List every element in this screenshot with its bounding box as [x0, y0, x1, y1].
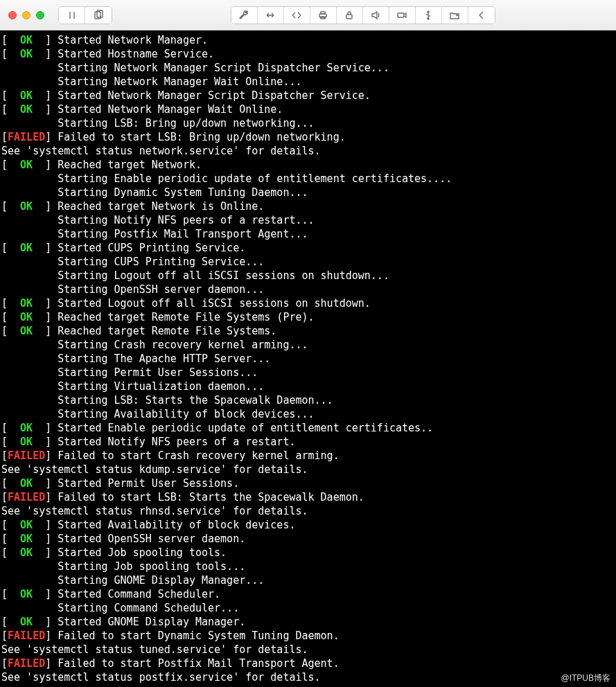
chevron-left-icon — [476, 10, 487, 21]
lock-button[interactable] — [337, 7, 363, 24]
close-window-button[interactable] — [8, 11, 17, 19]
terminal-line: See 'systemctl status tuned.service' for… — [1, 643, 615, 657]
terminal-line: Starting LSB: Starts the Spacewalk Daemo… — [1, 393, 615, 407]
watermark: @ITPUB博客 — [561, 672, 610, 684]
usb-button[interactable] — [416, 7, 442, 24]
lock-icon — [344, 10, 355, 21]
terminal-line: Starting Notify NFS peers of a restart..… — [1, 213, 615, 227]
terminal-line: Starting Crash recovery kernel arming... — [1, 338, 615, 352]
terminal-line: [ OK ] Started Hostname Service. — [1, 47, 615, 61]
svg-rect-5 — [346, 15, 352, 19]
terminal-line: [ OK ] Started Network Manager Script Di… — [1, 89, 615, 102]
copy-button[interactable] — [85, 7, 112, 24]
titlebar — [0, 0, 616, 30]
terminal-line: Starting Virtualization daemon... — [1, 380, 615, 393]
window-controls — [8, 11, 44, 19]
terminal-line: [FAILED] Failed to start Crash recovery … — [1, 449, 615, 463]
printer-icon — [317, 10, 328, 21]
terminal-line: Starting CUPS Printing Service... — [1, 255, 615, 269]
terminal-line: [ OK ] Started Permit User Sessions. — [1, 476, 615, 490]
terminal-line: Starting GNOME Display Manager... — [1, 573, 615, 587]
terminal-line: [FAILED] Failed to start Postfix Mail Tr… — [1, 657, 615, 670]
terminal-line: Starting Postfix Mail Transport Agent... — [1, 227, 615, 241]
terminal-line: See 'systemctl status kdump.service' for… — [1, 463, 615, 476]
terminal-line: Starting Availability of block devices..… — [1, 407, 615, 421]
terminal-line: [ OK ] Reached target Remote File System… — [1, 324, 615, 338]
pause-icon — [67, 10, 78, 21]
usb-icon — [423, 10, 434, 21]
sound-button[interactable] — [363, 7, 389, 24]
camera-icon — [396, 10, 407, 21]
terminal-line: [ OK ] Started Enable periodic update of… — [1, 421, 615, 435]
terminal-line: [ OK ] Reached target Network. — [1, 158, 615, 172]
settings-button[interactable] — [231, 7, 258, 24]
resize-icon — [265, 10, 276, 21]
terminal-line: [FAILED] Failed to start LSB: Starts the… — [1, 490, 615, 504]
terminal-line: [ OK ] Started Job spooling tools. — [1, 546, 615, 560]
folder-button[interactable] — [442, 7, 468, 24]
terminal-line: Starting Command Scheduler... — [1, 601, 615, 615]
minimize-window-button[interactable] — [22, 11, 30, 19]
wrench-icon — [238, 10, 249, 21]
pause-button[interactable] — [59, 7, 85, 24]
terminal-line: [FAILED] Failed to start LSB: Bring up/d… — [1, 130, 615, 144]
terminal-line: [ OK ] Started Logout off all iSCSI sess… — [1, 296, 615, 310]
terminal-line: Starting OpenSSH server daemon... — [1, 283, 615, 296]
toolbar-group-left — [58, 6, 112, 24]
terminal-line: Starting Network Manager Script Dispatch… — [1, 61, 615, 75]
terminal-line: [ OK ] Started Command Scheduler. — [1, 587, 615, 601]
terminal-line: Starting Dynamic System Tuning Daemon... — [1, 186, 615, 199]
resize-button[interactable] — [258, 7, 284, 24]
terminal-line: Starting Job spooling tools... — [1, 560, 615, 573]
terminal-line: [ OK ] Started Network Manager. — [1, 33, 615, 47]
svg-rect-3 — [321, 12, 325, 14]
terminal-line: [FAILED] Failed to start Dynamic System … — [1, 629, 615, 643]
print-button[interactable] — [310, 7, 337, 24]
terminal-line: See 'systemctl status network.service' f… — [1, 144, 615, 158]
expand-icon — [291, 10, 302, 21]
folder-share-icon — [449, 10, 460, 21]
terminal-line: See 'systemctl status rhnsd.service' for… — [1, 504, 615, 518]
terminal-line: Starting Logout off all iSCSI sessions o… — [1, 269, 615, 283]
terminal-line: [ OK ] Reached target Remote File System… — [1, 310, 615, 324]
terminal-line: [ OK ] Started CUPS Printing Service. — [1, 241, 615, 255]
camera-button[interactable] — [389, 7, 416, 24]
svg-rect-6 — [398, 13, 404, 17]
toolbar-group-right — [231, 6, 495, 24]
terminal-line: [ OK ] Started OpenSSH server daemon. — [1, 532, 615, 546]
terminal-line: [ OK ] Started Notify NFS peers of a res… — [1, 435, 615, 449]
back-button[interactable] — [468, 7, 495, 24]
maximize-window-button[interactable] — [36, 11, 44, 19]
terminal-line: [ OK ] Started Availability of block dev… — [1, 518, 615, 532]
terminal-line: [ OK ] Reached target Network is Online. — [1, 199, 615, 213]
terminal-line: Starting Network Manager Wait Online... — [1, 75, 615, 89]
terminal-line: See 'systemctl status postfix.service' f… — [1, 670, 615, 684]
terminal-line: Starting Enable periodic update of entit… — [1, 172, 615, 186]
terminal-line: Starting Permit User Sessions... — [1, 366, 615, 380]
terminal-output[interactable]: [ OK ] Started Network Manager.[ OK ] St… — [0, 30, 616, 687]
fullscreen-button[interactable] — [284, 7, 310, 24]
terminal-line: Starting The Apache HTTP Server... — [1, 352, 615, 366]
speaker-icon — [370, 10, 381, 21]
terminal-line: [ OK ] Started GNOME Display Manager. — [1, 615, 615, 629]
terminal-line: [ OK ] Started Network Manager Wait Onli… — [1, 102, 615, 116]
copy-icon — [93, 10, 104, 21]
terminal-line: Starting LSB: Bring up/down networking..… — [1, 116, 615, 130]
